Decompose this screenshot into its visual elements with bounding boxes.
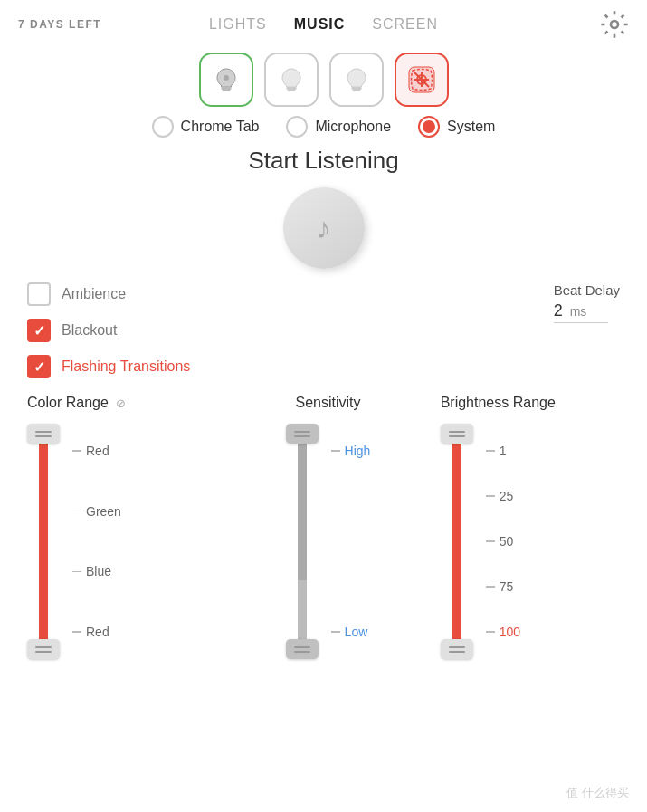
color-label-red-bottom: Red [86, 625, 109, 639]
bulb-3[interactable] [329, 53, 384, 107]
color-range-handle-bottom[interactable] [27, 639, 60, 659]
brightness-label-75: 75 [500, 579, 514, 594]
beat-delay-value-row: 2 ms [554, 301, 620, 320]
sliders-section: Color Range ⊘ Red Green Blue Red [0, 395, 647, 659]
sensitivity-title: Sensitivity [295, 395, 360, 411]
edit-icon[interactable]: ⊘ [116, 396, 126, 410]
svg-rect-6 [351, 87, 361, 90]
color-range-group: Color Range ⊘ Red Green Blue Red [18, 395, 215, 659]
nav-music[interactable]: MUSIC [294, 16, 346, 33]
checkbox-ambience[interactable]: Ambience [27, 282, 208, 306]
checkbox-blackout[interactable]: Blackout [27, 319, 208, 342]
bulb-4[interactable] [395, 53, 449, 107]
svg-rect-5 [287, 90, 295, 91]
svg-point-3 [224, 75, 229, 81]
bulb-row [0, 53, 647, 107]
sensitivity-track [298, 444, 307, 639]
sensitivity-track-wrap [286, 424, 319, 659]
sensitivity-group: Sensitivity High Low [215, 395, 422, 659]
brightness-labels: 1 25 50 75 100 [486, 424, 520, 659]
music-note-icon: ♪ [317, 212, 331, 245]
svg-rect-4 [286, 87, 296, 90]
color-range-slider: Red Green Blue Red [27, 424, 121, 659]
top-nav: 7 DAYS LEFT LIGHTS MUSIC SCREEN [0, 0, 647, 42]
color-label-blue: Blue [86, 564, 111, 578]
sensitivity-high-label: High [345, 444, 371, 458]
brightness-range-title: Brightness Range [441, 395, 556, 411]
beat-delay-value[interactable]: 2 [554, 301, 563, 320]
days-left: 7 DAYS LEFT [18, 18, 101, 31]
main-content: Ambience Blackout Flashing Transitions B… [0, 278, 647, 378]
brightness-range-group: Brightness Range 1 25 50 75 100 [423, 395, 629, 659]
nav-lights[interactable]: LIGHTS [209, 16, 267, 33]
sensitivity-fill [298, 444, 307, 580]
color-range-handle-top[interactable] [27, 424, 60, 444]
svg-rect-7 [352, 90, 360, 91]
brightness-label-25: 25 [500, 489, 514, 503]
radio-system[interactable]: System [418, 116, 495, 138]
brightness-handle-bottom[interactable] [441, 639, 473, 659]
checkbox-ambience-box [27, 282, 51, 306]
radio-label-mic: Microphone [315, 119, 391, 135]
nav-links: LIGHTS MUSIC SCREEN [209, 16, 438, 33]
color-range-track [39, 444, 48, 639]
checkbox-flashing[interactable]: Flashing Transitions [27, 355, 208, 378]
brightness-label-1: 1 [500, 444, 507, 458]
sensitivity-slider: High Low [286, 424, 371, 659]
radio-row: Chrome Tab Microphone System [0, 116, 647, 138]
svg-point-0 [611, 21, 618, 28]
nav-screen[interactable]: SCREEN [372, 16, 438, 33]
svg-rect-1 [221, 87, 231, 90]
checkbox-ambience-label: Ambience [62, 286, 126, 302]
settings-button[interactable] [600, 10, 629, 39]
start-title: Start Listening [0, 147, 647, 175]
brightness-track [452, 444, 461, 639]
brightness-track-wrap [441, 424, 473, 659]
brightness-handle-top[interactable] [441, 424, 473, 444]
checkbox-flashing-box [27, 355, 51, 378]
color-range-labels: Red Green Blue Red [72, 424, 121, 659]
start-listening-button[interactable]: ♪ [283, 187, 365, 269]
beat-delay-underline [554, 322, 608, 323]
bulb-1[interactable] [199, 53, 253, 107]
color-label-red-top: Red [86, 444, 109, 458]
radio-circle-chrome [152, 116, 174, 138]
checkbox-blackout-label: Blackout [62, 322, 117, 339]
checkbox-flashing-label: Flashing Transitions [62, 358, 190, 375]
sensitivity-handle-top[interactable] [286, 424, 319, 444]
radio-circle-mic [286, 116, 308, 138]
beat-delay: Beat Delay 2 ms [554, 282, 620, 323]
radio-chrome-tab[interactable]: Chrome Tab [152, 116, 260, 138]
color-label-green: Green [86, 504, 121, 519]
color-range-fill [39, 444, 48, 639]
color-range-track-wrap [27, 424, 60, 659]
radio-circle-system [418, 116, 440, 138]
sensitivity-low-label: Low [345, 625, 368, 639]
bulb-2[interactable] [264, 53, 319, 107]
checkboxes: Ambience Blackout Flashing Transitions [27, 282, 208, 378]
watermark: 值 什么得买 [566, 785, 629, 801]
brightness-fill [452, 444, 461, 639]
brightness-slider: 1 25 50 75 100 [441, 424, 520, 659]
start-section: Start Listening ♪ [0, 147, 647, 269]
brightness-label-50: 50 [500, 534, 514, 549]
sensitivity-handle-bottom[interactable] [286, 639, 319, 659]
color-range-title: Color Range ⊘ [27, 395, 126, 411]
radio-label-system: System [447, 119, 495, 135]
radio-microphone[interactable]: Microphone [286, 116, 391, 138]
beat-delay-unit: ms [570, 304, 587, 319]
sensitivity-labels: High Low [331, 424, 371, 659]
brightness-label-100: 100 [500, 625, 520, 639]
radio-label-chrome: Chrome Tab [181, 119, 260, 135]
beat-delay-title: Beat Delay [554, 282, 620, 298]
checkbox-blackout-box [27, 319, 51, 342]
svg-rect-2 [222, 90, 230, 91]
